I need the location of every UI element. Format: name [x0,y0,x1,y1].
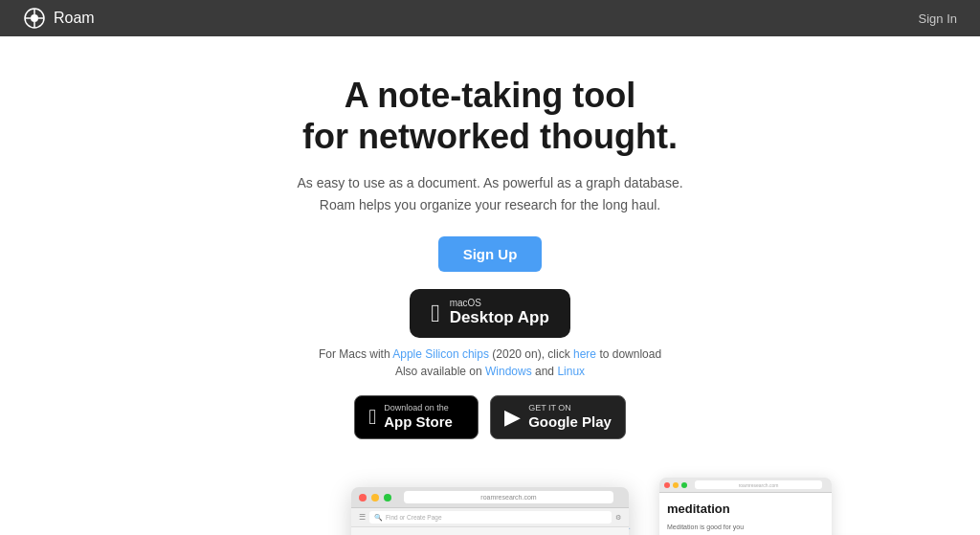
appstore-main-label: App Store [384,412,453,432]
filter-icon: ⚙ [615,514,621,522]
window-toolbar: ☰ 🔍 Find or Create Page ⚙ [351,508,629,527]
linux-link[interactable]: Linux [557,365,585,378]
hero-headline: A note-taking tool for networked thought… [19,75,961,157]
appstore-apple-icon:  [368,405,376,430]
here-link[interactable]: here [573,347,596,361]
appstore-top-label: Download on the [384,404,453,412]
logo-text: Roam [54,10,95,27]
main-doc-content: October 12th, 2019 08:05 - woke up @gnag… [351,527,629,535]
mini-chrome-top: roamresearch.com [659,478,832,493]
search-icon: 🔍 [374,514,383,522]
dot-red [359,494,367,502]
googleplay-icon: ▶ [504,405,521,430]
hero-section: A note-taking tool for networked thought… [0,36,980,487]
url-bar[interactable]: roamresearch.com [404,491,613,503]
navbar: Roam Sign In [0,0,980,36]
meditation-subtitle: Meditation is good for you [667,523,824,533]
dot-green [384,494,391,502]
svg-point-1 [31,14,38,22]
windows-link[interactable]: Windows [485,365,532,378]
window-chrome: roamresearch.com [351,487,629,508]
mini-dot-yellow [673,482,679,488]
mini-dot-green [681,482,687,488]
meditation-screenshot: roamresearch.com meditation Meditation i… [659,478,832,535]
apple-icon:  [431,301,440,325]
logo[interactable]: Roam [23,7,95,30]
hamburger-icon: ☰ [359,513,366,522]
googleplay-main-label: Google Play [528,412,612,432]
platforms-note: Also available on Windows and Linux [19,365,961,378]
meditation-title: meditation [667,500,824,519]
googleplay-top-label: GET IT ON [528,404,612,412]
mac-app-label-main: Desktop App [450,308,549,327]
signup-button[interactable]: Sign Up [438,236,543,272]
mini-dot-red [664,482,670,488]
apple-silicon-link[interactable]: Apple Silicon chips [392,347,489,361]
mac-app-label-small: macOS [450,299,549,308]
mini-url-bar: roamresearch.com [695,480,822,489]
store-badges:  Download on the App Store ▶ GET IT ON … [19,395,961,440]
appstore-badge[interactable]:  Download on the App Store [354,395,479,440]
main-screenshot: roamresearch.com ☰ 🔍 Find or Create Page… [351,487,629,535]
page-search[interactable]: 🔍 Find or Create Page [369,511,612,524]
dot-yellow [371,494,379,502]
mac-chips-note: For Macs with Apple Silicon chips (2020 … [19,347,961,361]
macos-app-button[interactable]:  macOS Desktop App [410,289,570,337]
meditation-content: meditation Meditation is good for you Li… [659,493,832,535]
googleplay-badge[interactable]: ▶ GET IT ON Google Play [490,395,626,440]
roam-logo-icon [23,7,46,30]
signin-button[interactable]: Sign In [919,11,957,26]
hero-subtitle: As easy to use as a document. As powerfu… [279,172,701,215]
screenshots-section: roamresearch.com ☰ 🔍 Find or Create Page… [0,487,980,535]
